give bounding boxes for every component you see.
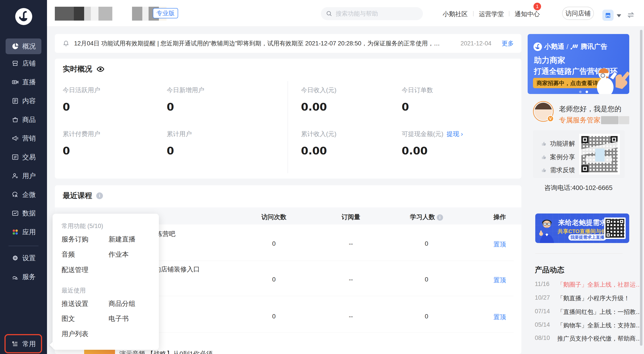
banner-brand-row: 小鹅通 / 腾讯广告 — [534, 42, 607, 51]
news-item-link[interactable]: 「直播间红包」上线：一招教… — [557, 308, 642, 316]
news-item-link[interactable]: 「鹅直播」小程序大升级！ — [557, 294, 630, 302]
chevron-down-icon[interactable] — [617, 14, 621, 17]
quick-item[interactable]: 推送设置 — [62, 299, 88, 308]
sidebar-item-settings[interactable]: 设置 — [0, 252, 47, 264]
carousel-dots[interactable] — [579, 91, 588, 93]
sidebar-item-frequent[interactable]: 常用 — [0, 338, 47, 350]
notice-text: 12月04日 功能试用有效期提醒 | 您近期开通试用的“教辅周边”即将到期，试用… — [74, 40, 440, 48]
current-store-icon[interactable] — [602, 10, 614, 21]
news-item-link[interactable]: 「购物车」全新上线：支持加… — [557, 321, 642, 330]
manager-qr-code — [579, 134, 620, 174]
carousel-dot[interactable] — [579, 91, 582, 93]
custom-list-icon — [12, 340, 19, 348]
tencent-ads-banner[interactable]: 小鹅通 / 腾讯广告 助力商家 打通全链路广告营销闭环 商家招募中，点击查看详情 — [528, 34, 629, 94]
stat-value: 0.00 — [402, 144, 428, 157]
course-row-title[interactable]: 练营吧 — [156, 230, 176, 238]
link-community[interactable]: 小鹅社区 — [442, 10, 468, 18]
manager-greeting-line2: 专属服务管家 — [559, 116, 629, 125]
search-input[interactable] — [336, 10, 412, 17]
carousel-dot-active[interactable] — [586, 91, 588, 93]
stat-label: 累计用户 — [167, 130, 192, 138]
pin-top-link[interactable]: 置顶 — [477, 276, 522, 284]
quick-item[interactable]: 配送管理 — [62, 266, 88, 274]
news-date: 08/10 — [535, 334, 550, 342]
xiaoe-goose-logo — [15, 8, 32, 25]
goose-mascot-illustration — [592, 57, 629, 94]
sidebar-item-wecom[interactable]: 企微 — [0, 188, 47, 201]
info-icon[interactable]: i — [437, 214, 443, 221]
sidebar-divider — [8, 246, 38, 246]
overview-title-row: 实时概况 — [63, 64, 105, 74]
news-item-link[interactable]: 「鹅圈子」全新上线，社群运… — [557, 280, 642, 289]
thumb-icon — [541, 141, 547, 146]
cto-feedback-banner[interactable]: 来给老鲍提需求 共享CTO直播间与你相约 我要提需求上直播 — [535, 214, 629, 243]
eye-toggle-icon[interactable] — [96, 65, 105, 74]
notice-more-link[interactable]: 更多 — [502, 40, 514, 48]
manager-menu-item[interactable]: 功能讲解 — [541, 140, 575, 148]
quick-item[interactable]: 图文 — [62, 314, 75, 323]
link-notification-center[interactable]: 通知中心 — [515, 10, 540, 18]
course-subscriptions: -- — [328, 276, 373, 283]
quick-item[interactable]: 作业本 — [108, 250, 129, 259]
course-subscriptions: -- — [328, 313, 373, 320]
sidebar-item-service[interactable]: 服务 — [0, 270, 47, 283]
realtime-overview-card: 实时概况 今日活跃用户 今日新增用户 今日收入(元) 今日订单数 0 0 0.0… — [55, 59, 522, 178]
notice-bar: 12月04日 功能试用有效期提醒 | 您近期开通试用的“教辅周边”即将到期，试用… — [55, 34, 522, 53]
course-row-title[interactable]: 的店铺装修入口 — [154, 265, 200, 274]
hand-service-icon — [12, 273, 19, 280]
news-date: 07/14 — [535, 308, 550, 315]
sidebar-item-users[interactable]: 用户 — [0, 170, 47, 182]
news-item-link[interactable]: 推广员支持个税代缴，帮助商… — [557, 334, 642, 342]
analytics-icon — [12, 210, 19, 217]
manager-menu-item[interactable]: 案例分享 — [541, 153, 575, 161]
sidebar-item-overview[interactable]: 概况 — [0, 40, 47, 52]
stat-value: 0 — [167, 144, 174, 157]
storefront-icon — [12, 60, 19, 67]
sidebar-item-store[interactable]: 店铺 — [0, 57, 47, 70]
store-name-redacted — [55, 7, 166, 20]
switch-store-icon[interactable] — [626, 10, 636, 20]
quick-item[interactable]: 电子书 — [108, 314, 129, 323]
stat-label: 今日新增用户 — [167, 86, 204, 94]
courses-title: 最近课程 — [63, 191, 92, 201]
course-row-title[interactable]: 演示音频 【战略】从0到1你必须… — [119, 350, 219, 354]
quick-item[interactable]: 音频 — [62, 250, 75, 259]
sidebar-item-orders[interactable]: 交易 — [0, 151, 47, 163]
service-manager-avatar: V — [533, 101, 554, 122]
course-visits: 0 — [252, 276, 296, 283]
sidebar-item-data[interactable]: 数据 — [0, 207, 47, 220]
right-column-divider — [535, 253, 622, 254]
megaphone-icon — [12, 134, 19, 142]
manager-menu-item[interactable]: 需求反馈 — [541, 166, 575, 174]
bell-icon — [62, 40, 70, 47]
sidebar-item-live[interactable]: 直播 — [0, 76, 47, 88]
sidebar-item-apps[interactable]: 应用 — [0, 226, 47, 238]
link-academy[interactable]: 运营学堂 — [479, 10, 504, 18]
info-icon[interactable]: i — [96, 192, 103, 199]
thumb-icon — [541, 167, 547, 173]
sidebar-item-marketing[interactable]: 营销 — [0, 132, 47, 144]
cto-banner-cta[interactable]: 我要提需求上直播 — [568, 234, 606, 240]
sidebar-item-content[interactable]: 内容 — [0, 95, 47, 107]
vertical-scrollbar[interactable] — [640, 30, 642, 346]
pin-top-link[interactable]: 置顶 — [477, 240, 522, 248]
withdraw-link[interactable]: 提现 › — [447, 130, 463, 138]
stat-value: 0.00 — [301, 144, 327, 157]
exchange-icon — [12, 153, 19, 161]
news-date: 10/27 — [535, 294, 550, 301]
plan-badge[interactable]: 专业版 — [153, 8, 178, 18]
xiaoe-tech-admin-dashboard: { "topbar": { "plan_badge": "专业版", "sear… — [0, 0, 644, 354]
overview-title: 实时概况 — [63, 64, 92, 74]
quick-item[interactable]: 新建直播 — [108, 235, 136, 244]
quick-item[interactable]: 商品分组 — [108, 299, 136, 308]
manager-service-box: 功能讲解 案例分享 需求反馈 — [533, 130, 625, 178]
visit-store-button[interactable]: 访问店铺 — [562, 7, 594, 20]
quick-item[interactable]: 用户列表 — [62, 330, 88, 338]
course-subscriptions: -- — [328, 240, 373, 247]
pin-top-link[interactable]: 置顶 — [477, 313, 522, 321]
sidebar: 概况 店铺 直播 内容 商品 营销 交易 用户 企微 数据 应用 — [0, 0, 47, 354]
consult-phone: 咨询电话:400-102-6665 — [528, 184, 629, 192]
stat-label: 累计付费用户 — [63, 130, 100, 138]
sidebar-item-goods[interactable]: 商品 — [0, 114, 47, 126]
quick-item[interactable]: 服务订购 — [62, 235, 88, 244]
